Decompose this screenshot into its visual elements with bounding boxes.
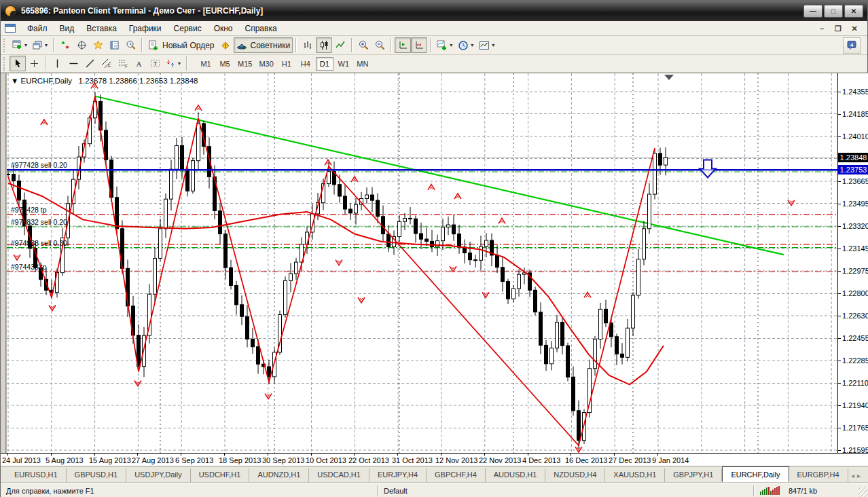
chevron-down-icon[interactable]: ▾ <box>178 60 181 67</box>
menu-вставка[interactable]: Вставка <box>80 22 123 35</box>
line-chart-button[interactable] <box>332 37 348 53</box>
tabs-scroll-right-icon[interactable]: ▸ <box>857 472 863 479</box>
menu-справка[interactable]: Справка <box>239 22 283 35</box>
chart-window-icon[interactable] <box>5 24 16 33</box>
chevron-down-icon[interactable]: ▾ <box>450 42 452 48</box>
clock-icon <box>458 40 469 51</box>
terminal-button[interactable] <box>106 37 122 53</box>
chevron-down-icon[interactable]: ▾ <box>492 42 494 48</box>
menu-окно[interactable]: Окно <box>208 22 239 35</box>
trendline-button[interactable] <box>82 56 98 71</box>
chart-tab-gbpchf-h4[interactable]: GBPCHF,H4 <box>427 468 486 482</box>
timeframe-m5[interactable]: M5 <box>216 57 234 71</box>
date-tick-label: 6 Sep 2013 <box>175 456 213 464</box>
date-axis[interactable]: 24 Jul 20135 Aug 201315 Aug 201327 Aug 2… <box>1 453 868 466</box>
chevron-down-icon[interactable]: ▾ <box>24 42 27 48</box>
minimize-button[interactable]: — <box>803 5 822 18</box>
polyline-icon <box>336 40 346 50</box>
bar-chart-button[interactable] <box>300 37 316 53</box>
price-chart[interactable]: ▼ EURCHF,Daily 1.23678 1.23866 1.23653 1… <box>7 73 837 454</box>
fibonacci-button[interactable]: F <box>114 56 130 71</box>
child-close-button[interactable]: ✕ <box>848 23 861 34</box>
chart-tab-usdcad-h1[interactable]: USDCAD,H1 <box>309 468 369 482</box>
child-minimize-button[interactable]: – <box>816 23 828 34</box>
chart-tab-eurjpy-h4[interactable]: EURJPY,H4 <box>369 468 427 482</box>
template-icon <box>479 40 490 51</box>
menu-файл[interactable]: Файл <box>21 22 54 35</box>
crosshair-button[interactable] <box>26 56 42 71</box>
chart-shift-button[interactable] <box>411 37 427 53</box>
expert-advisors-button[interactable]: Советники <box>234 37 293 53</box>
chart-tab-gbpusd-h1[interactable]: GBPUSD,H1 <box>67 468 127 482</box>
new-chart-button[interactable]: ▾ <box>10 37 30 53</box>
maximize-button[interactable]: □ <box>824 5 843 18</box>
chart-tab-gbpjpy-h1[interactable]: GBPJPY,H1 <box>665 468 722 482</box>
timeframe-h4[interactable]: H4 <box>297 57 314 71</box>
timeframe-mn[interactable]: MN <box>354 57 372 71</box>
data-window-button[interactable] <box>73 37 90 53</box>
chart-tab-usdjpy-daily[interactable]: USDJPY,Daily <box>126 468 191 482</box>
chart-tab-xauusd-h1[interactable]: XAUUSD,H1 <box>605 468 665 482</box>
timeframe-m15[interactable]: M15 <box>235 57 255 71</box>
status-help-text: Для справки, нажмите F1 <box>1 483 377 497</box>
timeframe-m30[interactable]: M30 <box>256 57 276 71</box>
periods-button[interactable]: ▾ <box>455 37 476 53</box>
equidistant-channel-button[interactable]: E <box>98 56 114 71</box>
zoom-out-icon <box>375 40 385 50</box>
templates-button[interactable]: ▾ <box>476 37 497 53</box>
tabs-scroll-left-icon[interactable]: ◂ <box>851 472 857 479</box>
arrows-button[interactable]: ▾ <box>163 56 183 71</box>
menu-вид[interactable]: Вид <box>54 22 81 35</box>
date-tick-label: 27 Aug 2013 <box>132 456 174 464</box>
profiles-button[interactable]: ▾ <box>30 37 50 53</box>
chart-plot[interactable]: ▼ EURCHF,Daily 1.23678 1.23866 1.23653 1… <box>6 73 837 454</box>
zoom-in-button[interactable] <box>355 37 372 53</box>
chart-tab-eurchf-daily[interactable]: EURCHF,Daily <box>722 466 789 482</box>
close-button[interactable]: ✕ <box>844 5 863 18</box>
chart-tab-audnzd-h1[interactable]: AUDNZD,H1 <box>249 468 309 482</box>
horizontal-line-button[interactable] <box>65 56 82 71</box>
text-label-button[interactable]: T <box>147 56 163 71</box>
auto-scroll-button[interactable] <box>395 37 411 53</box>
toolbar-separator <box>430 38 431 52</box>
price-tick-label: 1.24185 <box>842 110 868 118</box>
vertical-line-button[interactable] <box>49 56 65 71</box>
date-tick-label: 5 Aug 2013 <box>46 456 84 464</box>
new-order-button[interactable]: Новый Ордер <box>145 37 217 53</box>
market-watch-button[interactable] <box>57 37 73 53</box>
timeframe-w1[interactable]: W1 <box>335 57 352 71</box>
navigator-button[interactable] <box>90 37 106 53</box>
menu-сервис[interactable]: Сервис <box>168 22 208 35</box>
warning-diamond-icon: ! <box>220 40 231 51</box>
timeframe-m1[interactable]: M1 <box>197 57 215 71</box>
text-button[interactable]: A <box>130 56 147 71</box>
date-tick-label: 30 Sep 2013 <box>262 456 304 464</box>
chevron-down-icon[interactable]: ▾ <box>45 42 48 48</box>
status-profile[interactable]: Default <box>378 483 753 497</box>
indicators-button[interactable]: ▾ <box>434 37 455 53</box>
resize-grip[interactable] <box>858 487 868 497</box>
timeframe-h1[interactable]: H1 <box>278 57 295 71</box>
toolbar-drag-handle[interactable] <box>3 57 7 71</box>
timeframe-d1[interactable]: D1 <box>316 57 333 71</box>
price-tick-label: 1.22285 <box>842 356 868 365</box>
strategy-tester-button[interactable] <box>122 37 139 53</box>
menu-графики[interactable]: Графики <box>123 22 168 35</box>
price-tick-label: 1.24355 <box>842 88 868 96</box>
zoom-out-button[interactable] <box>372 37 388 53</box>
chart-tab-eurusd-h1[interactable]: EURUSD,H1 <box>6 468 67 482</box>
chart-tab-eurgbp-h4[interactable]: EURGBP,H4 <box>789 468 848 482</box>
chart-tab-audusd-h1[interactable]: AUDUSD,H1 <box>486 468 546 482</box>
price-axis[interactable]: 1.243551.241851.240101.236651.234951.233… <box>837 73 868 454</box>
toolbar-drag-handle[interactable] <box>3 39 7 52</box>
chart-tab-nzdusd-h4[interactable]: NZDUSD,H4 <box>545 468 605 482</box>
metaeditor-button[interactable]: ! <box>217 37 234 53</box>
timeframe-toolbar: M1M5M15M30H1H4D1W1MN <box>197 57 372 71</box>
candle-chart-button[interactable] <box>316 37 332 53</box>
chart-tab-usdchf-h1[interactable]: USDCHF,H1 <box>191 468 250 482</box>
chevron-down-icon[interactable]: ▾ <box>471 42 473 48</box>
child-restore-button[interactable]: ❐ <box>832 23 844 34</box>
order-label: #974938 sell 0.30 <box>11 239 67 247</box>
cursor-button[interactable] <box>10 56 26 71</box>
notifications-button[interactable]: 4 <box>843 37 861 54</box>
